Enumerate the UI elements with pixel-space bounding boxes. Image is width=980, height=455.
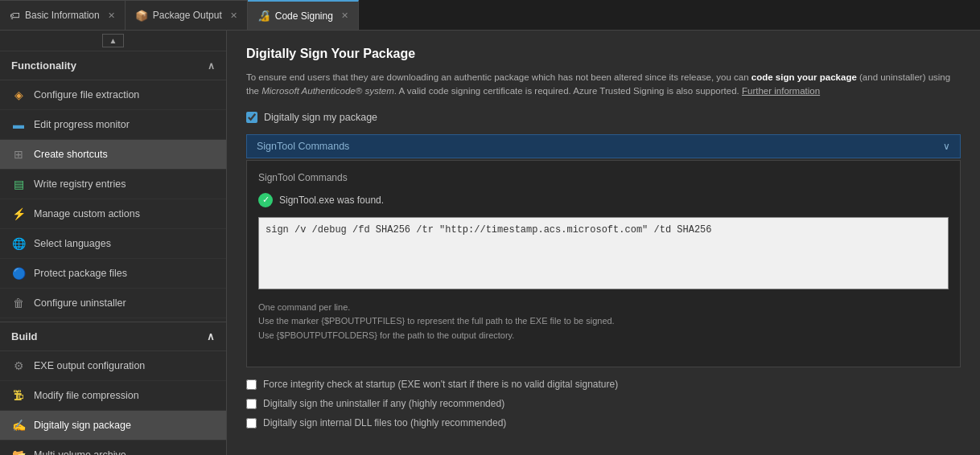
- sidebar-item-create-shortcuts[interactable]: ⊞ Create shortcuts: [0, 140, 226, 170]
- create-shortcuts-icon: ⊞: [11, 147, 26, 162]
- signtool-status-row: ✓ SignTool.exe was found.: [258, 193, 949, 207]
- protect-package-files-icon: 🔵: [11, 266, 26, 281]
- functionality-label: Functionality: [11, 59, 76, 72]
- package-output-icon: 📦: [135, 10, 148, 22]
- sidebar: ▲ Functionality ∧ ◈ Configure file extra…: [0, 31, 227, 455]
- build-label: Build: [11, 330, 38, 342]
- sidebar-item-manage-custom-actions-label: Manage custom actions: [34, 208, 140, 219]
- sidebar-item-protect-package-files[interactable]: 🔵 Protect package files: [0, 259, 226, 289]
- signtool-found-icon: ✓: [258, 193, 273, 207]
- description-part1: To ensure end users that they are downlo…: [246, 72, 751, 82]
- tab-code-signing[interactable]: 🔏 Code Signing ✕: [248, 0, 359, 30]
- sidebar-item-digitally-sign-package[interactable]: ✍ Digitally sign package: [0, 411, 226, 441]
- sidebar-item-exe-output-config-label: EXE output configuration: [34, 360, 145, 371]
- signtool-dropdown-chevron-icon: ∨: [943, 141, 950, 152]
- sign-dll-label[interactable]: Digitally sign internal DLL files too (h…: [263, 417, 506, 428]
- code-signing-icon: 🔏: [257, 10, 270, 22]
- description-text: To ensure end users that they are downlo…: [246, 71, 961, 99]
- signtool-panel: SignTool Commands ✓ SignTool.exe was fou…: [246, 160, 961, 368]
- command-textarea[interactable]: [258, 217, 949, 289]
- functionality-chevron-icon[interactable]: ∧: [208, 60, 215, 72]
- sidebar-item-digitally-sign-package-label: Digitally sign package: [34, 420, 131, 431]
- description-part3: . A valid code signing certificate is re…: [394, 86, 742, 96]
- check-icon: ✓: [262, 195, 270, 205]
- sidebar-item-create-shortcuts-label: Create shortcuts: [34, 149, 108, 160]
- sign-dll-checkbox[interactable]: [246, 418, 257, 428]
- exe-output-config-icon: ⚙: [11, 359, 26, 373]
- signtool-dropdown-label: SignTool Commands: [257, 141, 349, 152]
- tab-bar: 🏷 Basic Information ✕ 📦 Package Output ✕…: [0, 0, 980, 31]
- scroll-up-button[interactable]: ▲: [102, 34, 125, 47]
- hint-line2: Use the marker {$PBOUTPUTFILES} to repre…: [258, 314, 949, 329]
- content-area: Digitally Sign Your Package To ensure en…: [227, 31, 980, 455]
- hint-text: One command per line. Use the marker {$P…: [258, 301, 949, 343]
- page-title: Digitally Sign Your Package: [246, 47, 961, 61]
- digitally-sign-checkbox[interactable]: [246, 112, 257, 123]
- write-registry-entries-icon: ▤: [11, 177, 26, 191]
- tab-package-output-close[interactable]: ✕: [230, 10, 237, 21]
- sidebar-item-write-registry-entries-label: Write registry entries: [34, 178, 126, 190]
- configure-uninstaller-icon: 🗑: [11, 296, 26, 310]
- signtool-dropdown[interactable]: SignTool Commands ∨: [246, 134, 961, 158]
- sidebar-item-configure-uninstaller[interactable]: 🗑 Configure uninstaller: [0, 289, 226, 318]
- signtool-panel-title: SignTool Commands: [258, 172, 949, 183]
- scroll-up-area: ▲: [0, 31, 226, 51]
- build-section-header: Build ∧: [0, 322, 226, 351]
- force-integrity-label[interactable]: Force integrity check at startup (EXE wo…: [263, 379, 618, 390]
- sidebar-item-select-languages[interactable]: 🌐 Select languages: [0, 229, 226, 259]
- sidebar-item-manage-custom-actions[interactable]: ⚡ Manage custom actions: [0, 199, 226, 229]
- sidebar-item-configure-file-extraction[interactable]: ◈ Configure file extraction: [0, 80, 226, 110]
- main-layout: ▲ Functionality ∧ ◈ Configure file extra…: [0, 31, 980, 455]
- tab-basic-information[interactable]: 🏷 Basic Information ✕: [0, 0, 126, 30]
- multi-volume-archive-icon: 📂: [11, 448, 26, 455]
- sign-uninstaller-label[interactable]: Digitally sign the uninstaller if any (h…: [263, 398, 504, 409]
- hint-line3: Use {$PBOUTPUTFOLDERS} for the path to t…: [258, 329, 949, 343]
- tab-basic-information-label: Basic Information: [25, 10, 100, 21]
- edit-progress-monitor-icon: ▬: [11, 117, 26, 132]
- tab-basic-information-close[interactable]: ✕: [108, 10, 115, 21]
- tab-code-signing-close[interactable]: ✕: [341, 10, 348, 21]
- force-integrity-row: Force integrity check at startup (EXE wo…: [246, 379, 961, 390]
- hint-line1: One command per line.: [258, 301, 949, 315]
- build-chevron-icon[interactable]: ∧: [207, 330, 215, 342]
- sidebar-item-configure-uninstaller-label: Configure uninstaller: [34, 297, 126, 309]
- modify-file-compression-icon: 🗜: [11, 388, 26, 403]
- basic-info-icon: 🏷: [10, 10, 20, 22]
- manage-custom-actions-icon: ⚡: [11, 207, 26, 221]
- sign-uninstaller-row: Digitally sign the uninstaller if any (h…: [246, 398, 961, 409]
- signtool-status-text: SignTool.exe was found.: [279, 195, 384, 206]
- configure-file-extraction-icon: ◈: [11, 88, 26, 102]
- sidebar-item-exe-output-config[interactable]: ⚙ EXE output configuration: [0, 351, 226, 381]
- force-integrity-checkbox[interactable]: [246, 379, 257, 390]
- sidebar-item-modify-file-compression-label: Modify file compression: [34, 390, 139, 401]
- sidebar-item-edit-progress-monitor[interactable]: ▬ Edit progress monitor: [0, 110, 226, 140]
- tab-code-signing-label: Code Signing: [275, 10, 333, 22]
- sidebar-item-select-languages-label: Select languages: [34, 238, 111, 249]
- functionality-section-header: Functionality ∧: [0, 51, 226, 80]
- tab-package-output-label: Package Output: [153, 10, 222, 21]
- sidebar-item-protect-package-files-label: Protect package files: [34, 268, 127, 279]
- tab-package-output[interactable]: 📦 Package Output ✕: [126, 0, 248, 30]
- digitally-sign-package-icon: ✍: [11, 418, 26, 432]
- sidebar-item-edit-progress-monitor-label: Edit progress monitor: [34, 119, 130, 130]
- sign-uninstaller-checkbox[interactable]: [246, 399, 257, 409]
- sidebar-item-multi-volume-archive[interactable]: 📂 Multi-volume archive: [0, 441, 226, 455]
- select-languages-icon: 🌐: [11, 236, 26, 251]
- sidebar-item-multi-volume-archive-label: Multi-volume archive: [34, 449, 126, 455]
- digitally-sign-label[interactable]: Digitally sign my package: [264, 112, 377, 123]
- sidebar-item-configure-file-extraction-label: Configure file extraction: [34, 89, 139, 100]
- sign-dll-row: Digitally sign internal DLL files too (h…: [246, 417, 961, 428]
- description-italic: Microsoft Authenticode® system: [261, 86, 394, 96]
- sidebar-item-write-registry-entries[interactable]: ▤ Write registry entries: [0, 170, 226, 199]
- digitally-sign-checkbox-row: Digitally sign my package: [246, 112, 961, 123]
- further-information-link[interactable]: Further information: [742, 86, 820, 96]
- description-bold: code sign your package: [751, 72, 857, 82]
- sidebar-item-modify-file-compression[interactable]: 🗜 Modify file compression: [0, 381, 226, 411]
